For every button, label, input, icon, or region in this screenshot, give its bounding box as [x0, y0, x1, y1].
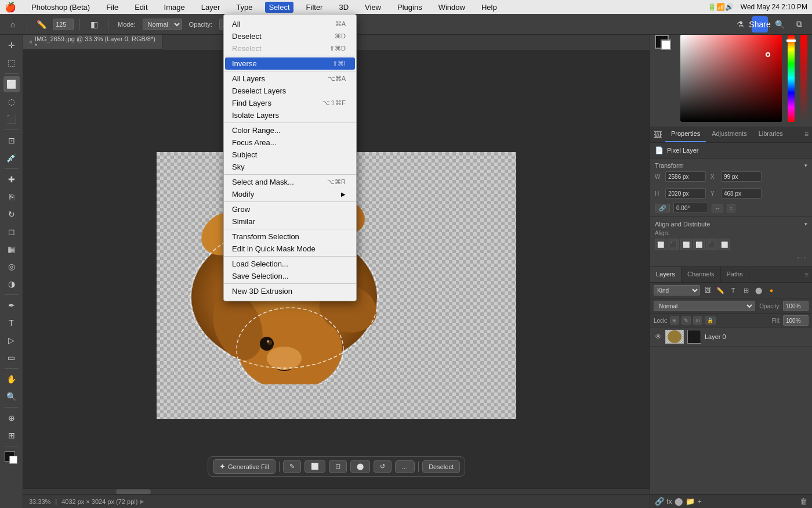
tab-channels[interactable]: Channels [682, 267, 720, 282]
crop-tool[interactable]: ⊡ [3, 132, 20, 149]
layer-icon-2[interactable]: ✏️ [715, 285, 726, 296]
transform-btn[interactable]: ✎ [283, 460, 301, 473]
flip-v-btn[interactable]: ↕ [727, 204, 735, 212]
blend-mode-select[interactable]: Normal Multiply Screen Overlay [654, 301, 755, 311]
menu-item-deselect[interactable]: Deselect ⌘D [225, 30, 355, 42]
menu-item-deselect-layers[interactable]: Deselect Layers [225, 85, 355, 97]
flip-h-btn[interactable]: ↔ [712, 204, 723, 212]
selection-tool[interactable]: ⬜ [3, 76, 20, 92]
menu-item-all-layers[interactable]: All Layers ⌥⌘A [225, 73, 355, 85]
stamp-tool[interactable]: ⎘ [3, 189, 20, 205]
share-btn[interactable]: Share [752, 16, 768, 33]
home-button[interactable]: ⌂ [5, 16, 21, 33]
apple-menu[interactable]: 🍎 [5, 2, 16, 13]
generative-fill-btn[interactable]: ✦ Generative Fill [213, 459, 276, 474]
y-input[interactable] [721, 188, 762, 199]
type-tool[interactable]: T [3, 315, 20, 331]
menu-item-similar[interactable]: Similar [225, 215, 355, 228]
search-btn[interactable]: 🔍 [771, 16, 788, 33]
lock-artboards-btn[interactable]: ⊡ [693, 316, 702, 325]
menu-filter[interactable]: Filter [303, 2, 327, 13]
eraser-tool[interactable]: ◻ [3, 224, 20, 240]
more-options-icon[interactable]: ··· [797, 253, 807, 262]
menu-item-find-layers[interactable]: Find Layers ⌥⇧⌘F [225, 97, 355, 109]
align-right-btn[interactable]: ⬜ [680, 239, 692, 250]
align-top-btn[interactable]: ⬜ [693, 239, 705, 250]
align-bottom-btn[interactable]: ⬜ [719, 239, 730, 250]
crop-btn[interactable]: ⊡ [329, 460, 347, 473]
expand-status-btn[interactable]: ▶ [140, 498, 144, 505]
menu-item-isolate-layers[interactable]: Isolate Layers [225, 109, 355, 121]
move-tool[interactable]: ✛ [3, 37, 20, 53]
healing-tool[interactable]: ✚ [3, 171, 20, 188]
menu-item-select-mask[interactable]: Select and Mask... ⌥⌘R [225, 176, 355, 188]
add-mask-btn[interactable]: ⬤ [675, 497, 683, 506]
align-center-v-btn[interactable]: ⬛ [706, 239, 717, 250]
menu-item-color-range[interactable]: Color Range... [225, 124, 355, 136]
blur-tool[interactable]: ◎ [3, 258, 20, 275]
extra-tool-2[interactable]: ⊞ [3, 427, 20, 444]
path-select-tool[interactable]: ▷ [3, 332, 20, 348]
tab-properties[interactable]: Properties [665, 127, 706, 142]
hue-slider[interactable] [788, 35, 795, 122]
more-options-btn[interactable]: ... [395, 460, 415, 473]
align-left-btn[interactable]: ⬜ [655, 239, 666, 250]
menu-layer[interactable]: Layer [198, 2, 224, 13]
layer-item[interactable]: 👁 Layer 0 [650, 327, 812, 347]
mask-btn[interactable]: ⬤ [350, 460, 370, 473]
lock-aspect-btn[interactable]: 🔗 [655, 204, 670, 212]
layer-icon-4[interactable]: ⊞ [741, 285, 751, 296]
file-tab[interactable]: × IMG_2659.jpg @ 33.3% (Layer 0, RGB/8*)… [23, 35, 162, 49]
tab-libraries[interactable]: Libraries [753, 127, 789, 142]
angle-transform-input[interactable] [673, 203, 708, 213]
link-layers-btn[interactable]: 🔗 [655, 497, 664, 506]
tab-layers[interactable]: Layers [650, 267, 682, 282]
shape-tool[interactable]: ▭ [3, 350, 20, 366]
opacity-blend-input[interactable] [783, 301, 809, 311]
menu-file[interactable]: File [103, 2, 122, 13]
menu-photoshop[interactable]: Photoshop (Beta) [28, 2, 93, 13]
layer-icon-1[interactable]: 🖼 [702, 285, 713, 296]
history-brush[interactable]: ↻ [3, 206, 20, 222]
layer-filter-active[interactable]: ● [766, 285, 777, 296]
layer-kind-select[interactable]: Kind Name Effect [654, 285, 700, 296]
menu-item-3d-extrusion[interactable]: New 3D Extrusion [225, 285, 355, 297]
menu-window[interactable]: Window [435, 2, 469, 13]
artboard-tool[interactable]: ⬚ [3, 55, 20, 71]
free-transform-btn[interactable]: ⬜ [304, 460, 325, 473]
file-close-btn[interactable]: × [29, 39, 32, 45]
menu-item-modify[interactable]: Modify ▶ [225, 188, 355, 200]
width-input[interactable] [665, 171, 706, 182]
menu-item-focus-area[interactable]: Focus Area... [225, 136, 355, 149]
layer-visibility-btn[interactable]: 👁 [655, 333, 662, 341]
fill-input[interactable] [783, 315, 809, 326]
lasso-tool[interactable]: ◌ [3, 93, 20, 110]
new-layer-btn[interactable]: + [697, 497, 702, 506]
tool-options-btn[interactable]: ◧ [86, 16, 102, 33]
height-input[interactable] [665, 188, 706, 199]
transform-header[interactable]: Transform ▾ [655, 162, 807, 169]
menu-item-inverse[interactable]: Inverse ⇧⌘I [225, 57, 355, 70]
menu-select[interactable]: Select [265, 2, 293, 13]
extra-tool-1[interactable]: ⊕ [3, 410, 20, 426]
lock-pixels-btn[interactable]: ⊞ [670, 316, 679, 325]
hand-tool[interactable]: ✋ [3, 371, 20, 387]
pen-tool[interactable]: ✒ [3, 297, 20, 314]
menu-image[interactable]: Image [161, 2, 188, 13]
dodge-tool[interactable]: ◑ [3, 276, 20, 292]
eyedropper-tool[interactable]: 💉 [3, 150, 20, 166]
color-saturation-box[interactable] [680, 35, 782, 122]
menu-item-all[interactable]: All ⌘A [225, 18, 355, 30]
menu-type[interactable]: Type [233, 2, 256, 13]
align-header[interactable]: Align and Distribute ▾ [655, 221, 807, 228]
discover-btn[interactable]: ⚗ [732, 16, 748, 33]
background-color[interactable] [9, 456, 17, 464]
layer-icon-5[interactable]: ⬤ [753, 285, 764, 296]
menu-view[interactable]: View [361, 2, 385, 13]
menu-item-subject[interactable]: Subject [225, 149, 355, 161]
menu-item-sky[interactable]: Sky [225, 161, 355, 173]
brush-tool-btn[interactable]: ✏️ [33, 16, 49, 33]
menu-plugins[interactable]: Plugins [394, 2, 426, 13]
horizontal-scrollbar[interactable] [23, 488, 650, 494]
object-select-tool[interactable]: ⬛ [3, 111, 20, 127]
